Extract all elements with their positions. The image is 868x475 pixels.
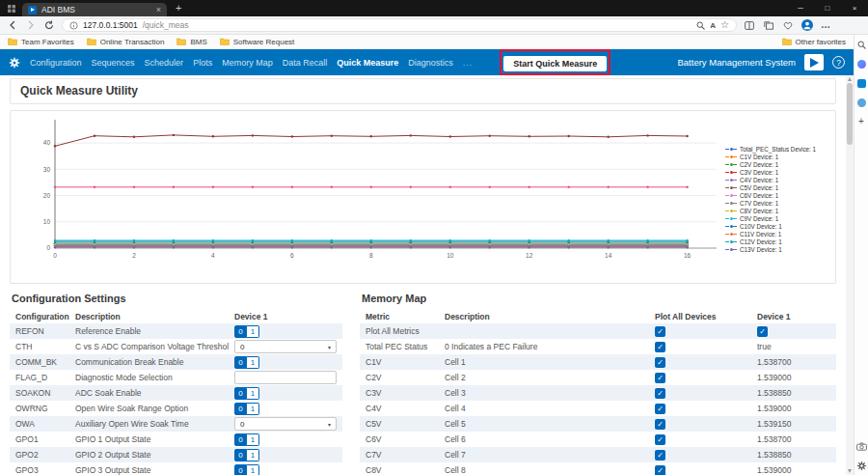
toggle-option-1[interactable]: 1 bbox=[247, 387, 259, 400]
checkbox-checked[interactable]: ✓ bbox=[655, 388, 665, 399]
toggle-option-0[interactable]: 0 bbox=[234, 325, 247, 338]
collections-icon[interactable] bbox=[763, 21, 774, 30]
sidebar-app-icon-1[interactable] bbox=[856, 78, 867, 89]
owrng-toggle[interactable]: 01 bbox=[234, 403, 259, 415]
toggle-option-1[interactable]: 1 bbox=[247, 433, 259, 446]
toggle-option-1[interactable]: 1 bbox=[247, 325, 259, 338]
legend-item[interactable]: C12V Device: 1 bbox=[725, 238, 833, 245]
nav-overflow-icon[interactable]: ... bbox=[463, 58, 474, 68]
toggle-option-0[interactable]: 0 bbox=[234, 403, 247, 415]
cth-select[interactable]: 0▾ bbox=[234, 340, 337, 353]
checkbox-checked[interactable]: ✓ bbox=[655, 342, 665, 352]
zoom-icon[interactable] bbox=[696, 21, 705, 30]
toggle-option-1[interactable]: 1 bbox=[247, 356, 259, 369]
refresh-icon[interactable] bbox=[43, 20, 55, 30]
nav-item-memory-map[interactable]: Memory Map bbox=[222, 58, 273, 68]
sidebar-app-icon-2[interactable] bbox=[856, 98, 867, 108]
toggle-option-0[interactable]: 0 bbox=[234, 387, 247, 400]
gpo1-toggle[interactable]: 01 bbox=[234, 433, 259, 446]
sidebar-search-icon[interactable] bbox=[856, 40, 867, 50]
tab-close-icon[interactable]: × bbox=[156, 6, 161, 14]
favorites-item[interactable]: BMS bbox=[176, 38, 206, 46]
legend-item[interactable]: C7V Device: 1 bbox=[725, 200, 833, 207]
minimize-button[interactable]: ─ bbox=[787, 0, 814, 16]
comm_bk-toggle[interactable]: 01 bbox=[234, 356, 259, 369]
toggle-option-1[interactable]: 1 bbox=[247, 403, 259, 415]
read-aloud-icon[interactable]: A bbox=[710, 21, 716, 30]
checkbox-checked[interactable]: ✓ bbox=[655, 465, 665, 475]
legend-item[interactable]: C6V Device: 1 bbox=[725, 192, 833, 199]
nav-settings-gear-icon[interactable] bbox=[9, 57, 20, 69]
other-favorites[interactable]: Other favorites bbox=[782, 38, 846, 46]
legend-item[interactable]: C11V Device: 1 bbox=[725, 231, 833, 238]
back-icon[interactable] bbox=[7, 20, 18, 30]
checkbox-checked[interactable]: ✓ bbox=[757, 326, 768, 337]
config-header-row: Configuration Description Device 1 bbox=[10, 310, 342, 323]
close-window-button[interactable]: × bbox=[841, 0, 868, 16]
browser-essentials-icon[interactable] bbox=[782, 21, 794, 30]
scroll-down-arrow-icon[interactable] bbox=[848, 469, 852, 473]
checkbox-checked[interactable]: ✓ bbox=[655, 373, 665, 383]
legend-item[interactable]: C13V Device: 1 bbox=[725, 246, 833, 253]
favorites-item[interactable]: Software Request bbox=[220, 38, 295, 46]
url-bar[interactable]: 127.0.0.1:5001/quick_meas A ☆ bbox=[62, 18, 737, 32]
legend-item[interactable]: C5V Device: 1 bbox=[725, 184, 833, 191]
settings-menu-icon[interactable]: … bbox=[821, 20, 830, 30]
toggle-option-0[interactable]: 0 bbox=[234, 464, 247, 475]
gpo3-toggle[interactable]: 01 bbox=[234, 464, 259, 475]
browser-tab[interactable]: ADI BMS × bbox=[22, 3, 167, 16]
forward-icon[interactable] bbox=[25, 20, 37, 30]
site-info-icon[interactable] bbox=[69, 21, 78, 30]
scroll-up-arrow-icon[interactable] bbox=[848, 77, 852, 81]
copilot-icon[interactable] bbox=[856, 59, 867, 70]
nav-item-diagnostics[interactable]: Diagnostics bbox=[408, 58, 453, 68]
toggle-option-1[interactable]: 1 bbox=[247, 449, 259, 461]
new-tab-button[interactable]: + bbox=[176, 3, 181, 14]
owa-select[interactable]: 0▾ bbox=[234, 417, 337, 431]
nav-item-scheduler[interactable]: Scheduler bbox=[145, 58, 184, 68]
favorites-item[interactable]: Team Favorites bbox=[8, 38, 74, 46]
help-icon[interactable]: ? bbox=[832, 56, 845, 69]
legend-item[interactable]: Total_PEC_Status Device: 1 bbox=[725, 146, 833, 153]
legend-item[interactable]: C8V Device: 1 bbox=[725, 208, 833, 214]
caret-down-icon: ▾ bbox=[328, 344, 331, 350]
legend-item[interactable]: C3V Device: 1 bbox=[725, 169, 833, 176]
screenshot-tool-icon[interactable] bbox=[856, 441, 867, 452]
nav-item-quick-measure[interactable]: Quick Measure bbox=[337, 58, 398, 68]
split-screen-icon[interactable] bbox=[744, 21, 755, 30]
favorites-item[interactable]: Online Transaction bbox=[87, 38, 165, 46]
checkbox-checked[interactable]: ✓ bbox=[655, 326, 665, 337]
soakon-toggle[interactable]: 01 bbox=[234, 387, 259, 400]
flag_d-input[interactable] bbox=[234, 371, 337, 384]
sidebar-add-icon[interactable]: + bbox=[858, 117, 864, 126]
maximize-button[interactable]: □ bbox=[814, 0, 841, 16]
toggle-option-0[interactable]: 0 bbox=[234, 356, 247, 369]
sidebar-settings-gear-icon[interactable] bbox=[856, 461, 867, 471]
legend-item[interactable]: C2V Device: 1 bbox=[725, 161, 833, 168]
nav-item-sequences[interactable]: Sequences bbox=[92, 58, 135, 68]
toggle-option-0[interactable]: 0 bbox=[234, 449, 247, 461]
scrollbar-thumb[interactable] bbox=[847, 83, 853, 145]
gpo2-toggle[interactable]: 01 bbox=[234, 449, 259, 461]
nav-item-data-recall[interactable]: Data Recall bbox=[283, 58, 328, 68]
profile-avatar[interactable] bbox=[801, 19, 813, 31]
legend-item[interactable]: C9V Device: 1 bbox=[725, 215, 833, 222]
checkbox-checked[interactable]: ✓ bbox=[655, 419, 665, 430]
start-quick-measure-button[interactable]: Start Quick Measure bbox=[503, 56, 607, 71]
checkbox-checked[interactable]: ✓ bbox=[655, 450, 665, 461]
page-scrollbar[interactable] bbox=[846, 75, 854, 475]
nav-item-configuration[interactable]: Configuration bbox=[30, 58, 82, 68]
toggle-option-0[interactable]: 0 bbox=[234, 433, 247, 446]
config-description: GPIO 1 Output State bbox=[69, 432, 229, 447]
legend-item[interactable]: C1V Device: 1 bbox=[725, 154, 833, 160]
checkbox-checked[interactable]: ✓ bbox=[655, 404, 665, 414]
legend-item[interactable]: C10V Device: 1 bbox=[725, 223, 833, 230]
toggle-option-1[interactable]: 1 bbox=[247, 464, 259, 475]
tab-actions-icon[interactable] bbox=[5, 4, 18, 14]
checkbox-checked[interactable]: ✓ bbox=[655, 434, 665, 445]
refon-toggle[interactable]: 01 bbox=[234, 325, 259, 338]
favorite-star-icon[interactable]: ☆ bbox=[720, 20, 729, 30]
checkbox-checked[interactable]: ✓ bbox=[655, 357, 665, 368]
nav-item-plots[interactable]: Plots bbox=[193, 58, 212, 68]
legend-item[interactable]: C4V Device: 1 bbox=[725, 177, 833, 183]
